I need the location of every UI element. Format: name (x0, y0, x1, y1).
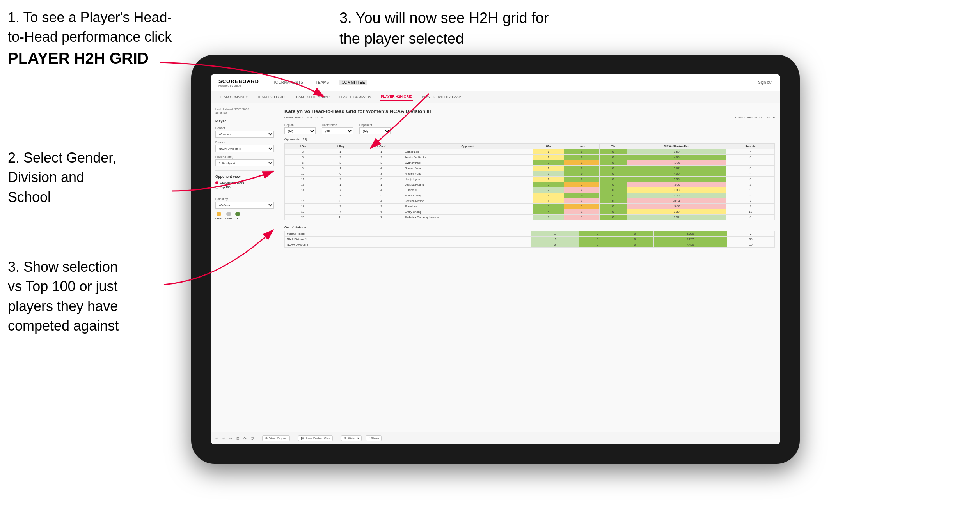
table-row: 6 3 3 Sydney Kuo 0 1 0 -1.00 (285, 160, 775, 166)
nav-teams[interactable]: TEAMS (313, 80, 331, 85)
ood-cell-win: 5 (531, 242, 579, 248)
cell-name: Stella Cheng (403, 193, 533, 198)
out-of-division-label: Out of division (284, 226, 775, 229)
cell-diff: 1.50 (627, 149, 726, 155)
cell-conf: 5 (360, 177, 403, 182)
ood-cell-diff: 4.500 (653, 231, 727, 237)
cell-tie: 0 (600, 215, 627, 220)
instruction-3-bottom: 3. Show selection vs Top 100 or just pla… (8, 257, 179, 336)
col-header-conf: # Conf (360, 144, 403, 149)
colour-by-select[interactable]: Win/loss (215, 202, 274, 209)
cell-diff: -3.00 (627, 182, 726, 187)
radio-label-opponents: Opponents Played (220, 181, 244, 184)
share-btn[interactable]: ⤴ Share (366, 435, 382, 441)
player-rank-select[interactable]: 8. Katelyn Vo (215, 159, 274, 166)
step3-bottom-line3: players they have (8, 298, 118, 314)
cell-div: 6 (285, 160, 321, 166)
region-filter-select[interactable]: (All) (284, 127, 316, 134)
logo-subtitle: Powered by clippd (218, 84, 259, 87)
cell-name: Heejo Hyun (403, 177, 533, 182)
cell-conf: 2 (360, 155, 403, 160)
save-custom-btn[interactable]: 💾 Save Custom View (298, 435, 333, 441)
legend-up: Up (235, 212, 240, 220)
undo2-icon[interactable]: ↩ (222, 437, 225, 440)
step3-bottom-line4: competed against (8, 318, 119, 334)
sub-nav-player-summary[interactable]: PLAYER SUMMARY (338, 94, 372, 101)
cell-win: 1 (533, 166, 564, 171)
cell-div: 16 (285, 198, 321, 204)
cell-loss: 0 (564, 166, 600, 171)
gender-label: Gender (215, 126, 274, 130)
ood-table-row: NAIA Division 1 15 0 0 9.267 30 (285, 237, 775, 242)
nav-sign-out[interactable]: Sign out (758, 80, 772, 85)
nav-committee[interactable]: COMMITTEE (339, 80, 367, 85)
cell-div: 10 (285, 171, 321, 177)
step2-line2: Division and (8, 169, 84, 185)
conference-filter-label: Conference (322, 123, 353, 127)
cell-reg: 4 (321, 209, 360, 215)
division-record: Division Record: 331 - 34 - 6 (735, 116, 775, 119)
toolbar: ↩ ↩ ↪ ⊞ ↷ ⏱ 👁 View: Original 💾 Save Cust… (211, 432, 780, 444)
cell-reg: 1 (321, 182, 360, 187)
colour-legend: Down Level Up (215, 212, 274, 220)
ood-cell-name: NAIA Division 1 (285, 237, 531, 242)
conference-filter-select[interactable]: (All) (322, 127, 353, 134)
cell-name: Federica Domecq Lacroze (403, 215, 533, 220)
nav-bar: SCOREBOARD Powered by clippd TOURNAMENTS… (211, 74, 780, 91)
radio-top100[interactable]: Top 100 (215, 186, 274, 189)
cell-win: 1 (533, 155, 564, 160)
table-row: 10 6 3 Andrea York 2 0 0 4.00 4 (285, 171, 775, 177)
cell-conf: 3 (360, 160, 403, 166)
instruction-2: 2. Select Gender, Division and School (8, 148, 179, 207)
cell-win: 1 (533, 198, 564, 204)
radio-dot-opponents (215, 181, 218, 184)
sub-nav-team-summary[interactable]: TEAM SUMMARY (218, 94, 249, 101)
redo-icon[interactable]: ↪ (229, 437, 233, 440)
division-select[interactable]: NCAA Division III (215, 145, 274, 152)
cell-rounds: 2 (726, 204, 775, 209)
opponent-filter-select[interactable]: (All) (359, 127, 391, 134)
table-row: 13 1 1 Jessica Huang 0 1 0 -3.00 2 (285, 182, 775, 187)
radio-opponents-played[interactable]: Opponents Played (215, 181, 274, 184)
undo-icon[interactable]: ↩ (215, 437, 218, 440)
cell-rounds (726, 160, 775, 166)
step1-line1: 1. To see a Player's Head- (8, 9, 172, 25)
sub-nav-team-h2h-heatmap[interactable]: TEAM H2H HEATMAP (293, 94, 330, 101)
cell-diff: -5.00 (627, 204, 726, 209)
cell-rounds: 4 (726, 149, 775, 155)
legend-label-level: Level (225, 217, 232, 220)
content-title: Katelyn Vo Head-to-Head Grid for Women's… (284, 108, 775, 114)
tablet-device: SCOREBOARD Powered by clippd TOURNAMENTS… (191, 55, 800, 464)
nav-tournaments[interactable]: TOURNAMENTS (271, 80, 305, 85)
ood-cell-loss: 0 (579, 231, 616, 237)
view-original-btn[interactable]: 👁 View: Original (262, 435, 290, 441)
cell-rounds: 3 (726, 155, 775, 160)
colour-by-label: Colour by (215, 197, 274, 201)
gender-select[interactable]: Women's (215, 131, 274, 138)
cell-loss: 2 (564, 187, 600, 193)
clock-icon[interactable]: ⏱ (250, 437, 254, 440)
redo2-icon[interactable]: ↷ (243, 437, 247, 440)
cell-loss: 0 (564, 177, 600, 182)
cell-loss: 0 (564, 155, 600, 160)
filters-row: Region (All) Conference (All) Opponent (… (284, 123, 775, 134)
cell-diff: 1.33 (627, 215, 726, 220)
cell-diff: 0.30 (627, 209, 726, 215)
cell-reg: 7 (321, 187, 360, 193)
cell-diff: 4.00 (627, 171, 726, 177)
cell-tie: 0 (600, 171, 627, 177)
sub-nav-team-h2h-grid[interactable]: TEAM H2H GRID (256, 94, 286, 101)
col-header-loss: Loss (564, 144, 600, 149)
sub-nav-player-h2h-heatmap[interactable]: PLAYER H2H HEATMAP (421, 94, 462, 101)
copy-icon[interactable]: ⊞ (236, 437, 240, 440)
opponent-filter-label: Opponent (359, 123, 391, 127)
cell-tie: 0 (600, 204, 627, 209)
nav-items: TOURNAMENTS TEAMS COMMITTEE (271, 80, 758, 85)
watch-btn[interactable]: 👁 Watch ▾ (341, 435, 362, 441)
sub-nav-player-h2h-grid[interactable]: PLAYER H2H GRID (380, 93, 413, 101)
cell-tie: 0 (600, 209, 627, 215)
cell-tie: 0 (600, 177, 627, 182)
division-label: Division (215, 141, 274, 144)
radio-label-top100: Top 100 (220, 186, 231, 189)
opponents-label-text: Opponents: (284, 138, 300, 141)
